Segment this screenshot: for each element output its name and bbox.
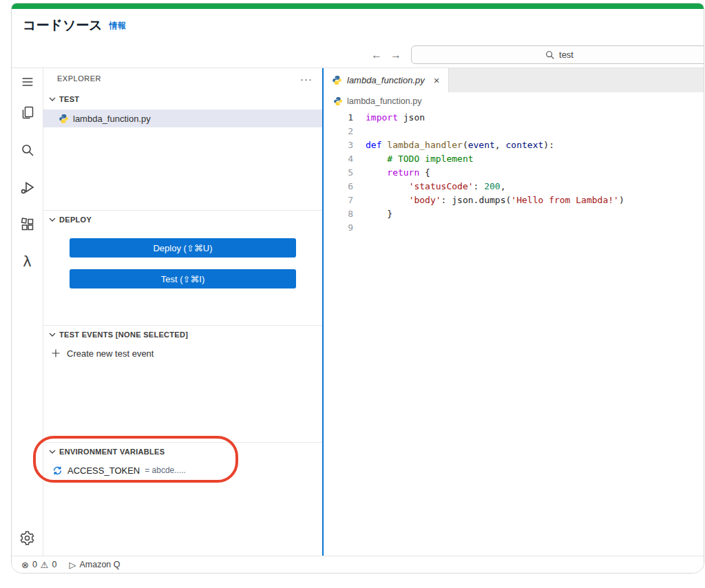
chevron-down-icon <box>47 214 58 225</box>
code-lines: 1import json23def lambda_handler(event, … <box>324 111 704 235</box>
search-view-button[interactable] <box>12 132 43 169</box>
tab-close-icon[interactable]: × <box>434 76 440 85</box>
python-file-icon <box>333 96 343 106</box>
code-editor[interactable]: 1import json23def lambda_handler(event, … <box>324 110 704 556</box>
test-events-section-label: TEST EVENTS [NONE SELECTED] <box>59 330 188 339</box>
editor-toolbar: ← → test <box>12 42 704 67</box>
file-item-lambda-function[interactable]: lambda_function.py <box>43 109 322 127</box>
chevron-down-icon <box>47 446 58 457</box>
extensions-icon <box>19 216 36 233</box>
code-line: 9 <box>324 221 704 235</box>
line-number: 3 <box>324 138 353 152</box>
test-events-section: TEST EVENTS [NONE SELECTED] Create new t… <box>43 325 322 442</box>
amazon-q-label: Amazon Q <box>79 560 120 569</box>
file-name-label: lambda_function.py <box>73 114 151 124</box>
line-content: 'statusCode': 200, <box>353 180 506 193</box>
menu-icon <box>20 74 35 90</box>
deploy-section-header[interactable]: DEPLOY <box>43 211 322 229</box>
error-icon: ⊗ <box>21 560 29 570</box>
code-line: 4 # TODO implement <box>324 152 704 166</box>
create-test-event-label: Create new test event <box>67 348 154 359</box>
run-debug-view-button[interactable] <box>12 169 43 206</box>
explorer-view-button[interactable] <box>12 94 43 132</box>
line-content: 'body': json.dumps('Hello from Lambda!') <box>353 193 624 207</box>
page-header: コードソース 情報 <box>12 9 704 42</box>
settings-button[interactable] <box>12 523 43 553</box>
search-view-icon <box>19 142 36 158</box>
environment-section-header[interactable]: ENVIRONMENT VARIABLES <box>43 443 322 461</box>
line-number: 2 <box>324 125 353 138</box>
chevron-down-icon <box>47 329 58 340</box>
lambda-code-source-panel: コードソース 情報 ← → test <box>11 3 704 574</box>
history-nav: ← → <box>371 47 401 63</box>
page-title: コードソース <box>23 17 103 34</box>
line-content: # TODO implement <box>353 152 474 166</box>
line-content: } <box>353 207 392 221</box>
deploy-section: DEPLOY Deploy (⇧⌘U) Test (⇧⌘I) <box>43 210 322 325</box>
explorer-title: EXPLORER <box>57 74 101 83</box>
line-content: def lambda_handler(event, context): <box>353 138 554 152</box>
code-line: 2 <box>324 125 704 138</box>
line-number: 4 <box>324 152 353 166</box>
line-content: import json <box>353 111 425 125</box>
warning-count: 0 <box>52 560 57 569</box>
python-file-icon <box>59 114 69 124</box>
deploy-section-label: DEPLOY <box>59 216 92 224</box>
command-center-search[interactable]: test <box>411 45 704 64</box>
line-number: 1 <box>324 111 353 125</box>
environment-section-label: ENVIRONMENT VARIABLES <box>59 448 165 456</box>
environment-variables-section: ENVIRONMENT VARIABLES ACCESS_TOKEN = abc… <box>43 442 322 556</box>
extensions-view-button[interactable] <box>12 206 43 243</box>
code-line: 1import json <box>324 111 704 125</box>
search-icon <box>545 50 555 60</box>
line-content <box>353 125 366 138</box>
deploy-button[interactable]: Deploy (⇧⌘U) <box>70 238 296 258</box>
code-line: 8 } <box>324 207 704 221</box>
activity-bar: λ <box>12 68 43 556</box>
line-content: return { <box>353 166 430 180</box>
aws-lambda-icon: λ <box>23 253 31 270</box>
run-debug-icon <box>19 179 36 196</box>
env-var-item-access-token[interactable]: ACCESS_TOKEN = abcde..... <box>43 461 322 480</box>
test-button[interactable]: Test (⇧⌘I) <box>70 269 296 288</box>
env-var-value: = abcde..... <box>145 465 186 475</box>
chevron-down-icon <box>47 94 58 105</box>
search-text: test <box>559 50 574 60</box>
sync-variable-icon <box>52 465 63 476</box>
menu-button[interactable] <box>12 70 43 94</box>
breadcrumb[interactable]: lambda_function.py <box>324 92 704 110</box>
explorer-sidebar: EXPLORER ··· TEST <box>43 68 322 556</box>
env-var-name: ACCESS_TOKEN <box>67 465 140 476</box>
play-icon: ▷ <box>69 560 76 570</box>
line-number: 5 <box>324 166 353 180</box>
test-section-label: TEST <box>59 95 79 103</box>
code-line: 3def lambda_handler(event, context): <box>324 138 704 152</box>
status-bar: ⊗ 0 ⚠ 0 ▷ Amazon Q <box>12 556 704 573</box>
line-number: 7 <box>324 193 353 207</box>
line-number: 8 <box>324 207 353 221</box>
more-actions-button[interactable]: ··· <box>300 73 313 85</box>
ide-region: λ EXPLORER ··· <box>12 67 704 556</box>
test-events-section-header[interactable]: TEST EVENTS [NONE SELECTED] <box>43 326 322 344</box>
back-arrow-icon[interactable]: ← <box>371 47 382 63</box>
line-content <box>353 221 366 235</box>
tab-lambda-function[interactable]: lambda_function.py × <box>324 68 449 92</box>
forward-arrow-icon[interactable]: → <box>390 47 401 63</box>
explorer-files-icon <box>19 105 36 121</box>
python-file-icon <box>332 75 342 85</box>
success-banner-bar <box>12 3 704 9</box>
breadcrumb-file-label: lambda_function.py <box>347 96 421 106</box>
code-line: 7 'body': json.dumps('Hello from Lambda!… <box>324 193 704 207</box>
line-number: 9 <box>324 221 353 235</box>
editor-group: lambda_function.py × lambda_function.py … <box>322 68 704 556</box>
create-test-event-button[interactable]: Create new test event <box>43 344 322 363</box>
settings-gear-icon <box>19 530 35 546</box>
test-section-header[interactable]: TEST <box>43 89 322 109</box>
line-number: 6 <box>324 180 353 193</box>
problems-indicator[interactable]: ⊗ 0 ⚠ 0 <box>21 560 56 570</box>
amazon-q-button[interactable]: ▷ Amazon Q <box>69 560 120 570</box>
test-section: TEST lambda_function.py <box>43 89 322 210</box>
info-link[interactable]: 情報 <box>109 20 126 32</box>
error-count: 0 <box>32 560 37 569</box>
aws-toolkit-button[interactable]: λ <box>12 243 43 280</box>
